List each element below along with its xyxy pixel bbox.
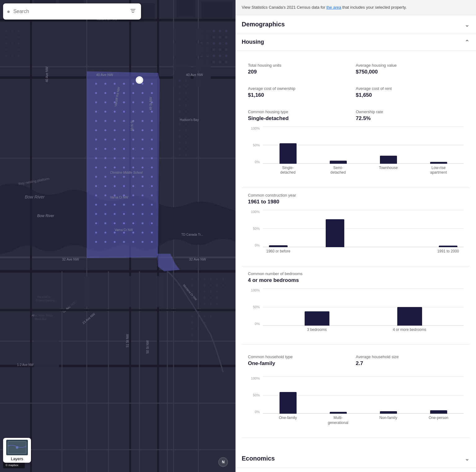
- bar-1960-bar: [269, 245, 288, 247]
- svg-point-130: [104, 176, 106, 178]
- svg-text:Varna Cr NW: Varna Cr NW: [115, 228, 133, 232]
- svg-text:© mapbox: © mapbox: [6, 464, 19, 467]
- avg-rent-label: Average cost of rent: [356, 86, 464, 91]
- svg-point-43: [213, 55, 215, 57]
- svg-text:1-2 Ave NW: 1-2 Ave NW: [17, 363, 34, 367]
- bar-lowrise: [416, 162, 461, 164]
- svg-point-88: [104, 120, 106, 122]
- svg-point-168: [132, 222, 134, 224]
- svg-point-63: [132, 83, 134, 85]
- svg-rect-306: [34, 313, 59, 332]
- census-area-link[interactable]: the area: [326, 5, 341, 10]
- bedrooms-label: Common number of bedrooms: [248, 271, 464, 276]
- svg-point-225: [204, 291, 205, 292]
- svg-point-81: [104, 111, 106, 113]
- svg-point-267: [5, 55, 7, 57]
- svg-point-85: [142, 111, 143, 113]
- svg-point-220: [210, 284, 212, 286]
- svg-text:Christine Middle School: Christine Middle School: [110, 171, 143, 174]
- svg-point-255: [5, 30, 7, 32]
- bar-single-detached-bar: [280, 143, 297, 164]
- svg-rect-311: [141, 276, 164, 307]
- bar-label-townhouse: Townhouse: [366, 166, 410, 175]
- avg-ownership-label: Average cost of ownership: [248, 86, 356, 91]
- y-label-100: 100%: [248, 127, 260, 130]
- demographics-chevron-icon: ⌄: [465, 21, 470, 28]
- svg-point-62: [123, 83, 125, 85]
- svg-point-147: [132, 194, 134, 196]
- demographics-panel: View Statistics Canada's 2021 Census dat…: [236, 0, 476, 472]
- svg-point-265: [11, 49, 13, 51]
- svg-point-266: [18, 49, 20, 51]
- svg-point-278: [179, 98, 181, 100]
- total-units-value: 209: [248, 69, 356, 75]
- cy-y-label-50: 50%: [248, 227, 260, 230]
- svg-point-213: [204, 278, 205, 280]
- svg-rect-19: [177, 0, 195, 17]
- svg-point-249: [191, 328, 193, 330]
- svg-point-160: [123, 213, 125, 215]
- svg-point-177: [151, 232, 153, 234]
- svg-point-224: [197, 291, 199, 292]
- svg-point-28: [213, 36, 215, 38]
- svg-point-158: [104, 213, 106, 215]
- avg-rent-stat: Average cost of rent $1,650: [356, 81, 464, 103]
- svg-point-127: [142, 167, 143, 168]
- svg-point-256: [11, 30, 13, 32]
- svg-point-125: [123, 167, 125, 168]
- svg-point-118: [123, 157, 125, 159]
- svg-point-295: [185, 148, 187, 150]
- bar-label-single: Single-detached: [266, 166, 310, 175]
- bar-townhouse: [366, 156, 410, 164]
- bar-label-one-person: One-person: [416, 416, 461, 425]
- svg-point-247: [197, 322, 199, 323]
- bar-label-multi-gen: Multi-generational: [316, 416, 360, 425]
- svg-point-175: [132, 232, 134, 234]
- svg-point-182: [132, 241, 134, 243]
- svg-point-115: [95, 157, 97, 159]
- housing-section-header[interactable]: Housing ⌃: [236, 34, 476, 51]
- svg-point-69: [123, 92, 125, 94]
- svg-point-71: [142, 92, 143, 94]
- map-container[interactable]: Valiant Dr NW 40 Ave NW 40 Ave NW 40 Ave…: [0, 0, 236, 472]
- svg-point-251: [191, 334, 193, 336]
- svg-point-76: [123, 101, 125, 103]
- svg-point-222: [222, 284, 224, 286]
- construction-year-value: 1961 to 1980: [248, 199, 464, 205]
- bedrooms-section: Common number of bedrooms 4 or more bedr…: [242, 271, 470, 344]
- household-type-section: Common household type One-family Average…: [242, 350, 470, 438]
- avg-value-value: $750,000: [356, 69, 464, 75]
- svg-point-116: [104, 157, 106, 159]
- search-input[interactable]: [13, 9, 129, 14]
- economics-title: Economics: [242, 455, 275, 462]
- svg-rect-52: [194, 28, 211, 40]
- svg-text:Hudson's Bay: Hudson's Bay: [180, 118, 199, 122]
- svg-rect-51: [174, 28, 191, 40]
- svg-point-50: [225, 61, 227, 63]
- svg-point-297: [185, 154, 187, 156]
- culture-section-header[interactable]: Culture ⌄: [236, 468, 476, 472]
- svg-rect-54: [194, 43, 211, 56]
- svg-text:32 Ave NW: 32 Ave NW: [189, 257, 206, 261]
- layers-button[interactable]: Layers: [3, 438, 31, 463]
- svg-point-110: [114, 148, 116, 150]
- svg-point-263: [18, 42, 20, 44]
- svg-point-179: [104, 241, 106, 243]
- svg-point-35: [225, 42, 227, 45]
- svg-point-261: [5, 42, 7, 44]
- svg-text:Bow River: Bow River: [37, 214, 55, 218]
- svg-point-68: [114, 92, 116, 94]
- svg-point-94: [95, 129, 97, 131]
- demographics-section-header[interactable]: Demographics ⌄: [236, 15, 476, 34]
- svg-point-276: [179, 92, 181, 94]
- avg-household-size-label: Average household size: [356, 354, 464, 359]
- bed-y-label-0: 0%: [248, 322, 260, 326]
- svg-point-259: [11, 36, 13, 38]
- y-label-0: 0%: [248, 160, 260, 164]
- economics-section-header[interactable]: Economics ⌄: [236, 449, 476, 468]
- svg-point-105: [132, 139, 134, 140]
- avg-ownership-value: $1,160: [248, 92, 356, 98]
- svg-text:Bow River: Bow River: [25, 194, 45, 199]
- filter-button[interactable]: [129, 7, 137, 17]
- svg-point-292: [179, 142, 181, 144]
